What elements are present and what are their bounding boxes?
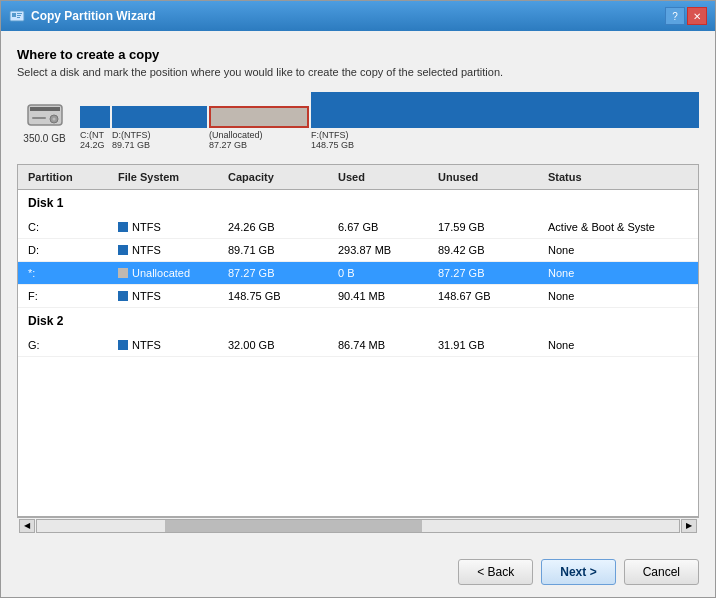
cell-unused: 148.67 GB: [434, 288, 544, 304]
cancel-button[interactable]: Cancel: [624, 559, 699, 585]
footer: < Back Next > Cancel: [1, 549, 715, 597]
col-unused: Unused: [434, 169, 544, 185]
seg-bar-c: [80, 106, 110, 128]
cell-partition: D:: [24, 242, 114, 258]
disk-icon-box: 350.0 GB: [17, 92, 72, 150]
cell-filesystem: NTFS: [114, 242, 224, 258]
ntfs-icon: [118, 222, 128, 232]
svg-rect-6: [30, 107, 60, 111]
cell-unused: 89.42 GB: [434, 242, 544, 258]
col-filesystem: File System: [114, 169, 224, 185]
page-subtitle: Select a disk and mark the position wher…: [17, 66, 699, 78]
cell-partition: C:: [24, 219, 114, 235]
segment-f[interactable]: F:(NTFS)148.75 GB: [311, 92, 699, 150]
svg-rect-9: [32, 117, 46, 119]
disk-total-size: 350.0 GB: [23, 133, 65, 144]
seg-bar-unalloc: [209, 106, 309, 128]
ntfs-icon: [118, 291, 128, 301]
table-row[interactable]: C: NTFS 24.26 GB 6.67 GB 17.59 GB Active…: [18, 216, 698, 239]
cell-partition: *:: [24, 265, 114, 281]
col-capacity: Capacity: [224, 169, 334, 185]
table-header: Partition File System Capacity Used Unus…: [18, 165, 698, 190]
cell-status: None: [544, 288, 692, 304]
cell-capacity: 87.27 GB: [224, 265, 334, 281]
cell-filesystem: NTFS: [114, 337, 224, 353]
table-body: Disk 1 C: NTFS 24.26 GB 6.67 GB 17.59 GB…: [18, 190, 698, 516]
seg-bar-d: [112, 106, 207, 128]
table-row[interactable]: *: Unallocated 87.27 GB 0 B 87.27 GB Non…: [18, 262, 698, 285]
cell-used: 86.74 MB: [334, 337, 434, 353]
svg-point-8: [52, 117, 55, 120]
seg-label-d: D:(NTFS)89.71 GB: [112, 130, 207, 150]
cell-unused: 17.59 GB: [434, 219, 544, 235]
cell-status: None: [544, 337, 692, 353]
cell-filesystem: NTFS: [114, 288, 224, 304]
cell-capacity: 89.71 GB: [224, 242, 334, 258]
back-button[interactable]: < Back: [458, 559, 533, 585]
partition-table: Partition File System Capacity Used Unus…: [17, 164, 699, 517]
disk-group-header: Disk 2: [18, 308, 698, 334]
next-button[interactable]: Next >: [541, 559, 615, 585]
cell-status: None: [544, 242, 692, 258]
cell-status: None: [544, 265, 692, 281]
cell-unused: 31.91 GB: [434, 337, 544, 353]
cell-used: 90.41 MB: [334, 288, 434, 304]
scroll-right-btn[interactable]: ▶: [681, 519, 697, 533]
scroll-thumb[interactable]: [165, 520, 422, 532]
ntfs-icon: [118, 340, 128, 350]
help-button[interactable]: ?: [665, 7, 685, 25]
col-used: Used: [334, 169, 434, 185]
cell-used: 0 B: [334, 265, 434, 281]
cell-filesystem: NTFS: [114, 219, 224, 235]
ntfs-icon: [118, 245, 128, 255]
table-row[interactable]: F: NTFS 148.75 GB 90.41 MB 148.67 GB Non…: [18, 285, 698, 308]
close-button[interactable]: ✕: [687, 7, 707, 25]
wizard-icon: [9, 8, 25, 24]
cell-used: 293.87 MB: [334, 242, 434, 258]
hdd-icon: [26, 99, 64, 131]
seg-label-c: C:(NT24.2G: [80, 130, 110, 150]
cell-status: Active & Boot & Syste: [544, 219, 692, 235]
page-title: Where to create a copy: [17, 47, 699, 62]
cell-unused: 87.27 GB: [434, 265, 544, 281]
segment-c[interactable]: C:(NT24.2G: [80, 92, 110, 150]
disk-visual: 350.0 GB C:(NT24.2G D:(NTFS)89.71 GB (Un…: [17, 92, 699, 150]
scroll-left-btn[interactable]: ◀: [19, 519, 35, 533]
cell-used: 6.67 GB: [334, 219, 434, 235]
svg-rect-1: [12, 13, 16, 17]
cell-filesystem: Unallocated: [114, 265, 224, 281]
cell-capacity: 24.26 GB: [224, 219, 334, 235]
seg-label-f: F:(NTFS)148.75 GB: [311, 130, 699, 150]
title-controls: ? ✕: [665, 7, 707, 25]
cell-capacity: 148.75 GB: [224, 288, 334, 304]
cell-capacity: 32.00 GB: [224, 337, 334, 353]
title-bar: Copy Partition Wizard ? ✕: [1, 1, 715, 31]
table-row[interactable]: G: NTFS 32.00 GB 86.74 MB 31.91 GB None: [18, 334, 698, 357]
table-row[interactable]: D: NTFS 89.71 GB 293.87 MB 89.42 GB None: [18, 239, 698, 262]
window: Copy Partition Wizard ? ✕ Where to creat…: [0, 0, 716, 598]
segment-d[interactable]: D:(NTFS)89.71 GB: [112, 92, 207, 150]
main-content: Where to create a copy Select a disk and…: [1, 31, 715, 549]
svg-rect-2: [17, 13, 22, 14]
cell-partition: G:: [24, 337, 114, 353]
seg-label-unalloc: (Unallocated)87.27 GB: [209, 130, 309, 150]
window-title: Copy Partition Wizard: [31, 9, 156, 23]
cell-partition: F:: [24, 288, 114, 304]
unalloc-icon: [118, 268, 128, 278]
disk-segments: C:(NT24.2G D:(NTFS)89.71 GB (Unallocated…: [80, 92, 699, 150]
svg-rect-3: [17, 15, 21, 16]
disk-group-header: Disk 1: [18, 190, 698, 216]
segment-unalloc[interactable]: (Unallocated)87.27 GB: [209, 92, 309, 150]
scroll-track[interactable]: [36, 519, 680, 533]
title-bar-left: Copy Partition Wizard: [9, 8, 156, 24]
col-status: Status: [544, 169, 692, 185]
horizontal-scrollbar[interactable]: ◀ ▶: [17, 517, 699, 533]
seg-bar-f: [311, 92, 699, 128]
svg-rect-4: [17, 17, 20, 18]
col-partition: Partition: [24, 169, 114, 185]
